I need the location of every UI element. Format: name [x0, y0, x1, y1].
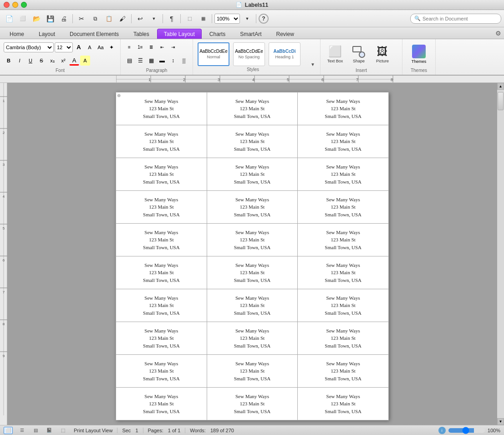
style-heading1[interactable]: AaBbCcDi Heading 1 [269, 42, 300, 66]
align-left-btn[interactable]: ▤ [124, 56, 134, 66]
font-row2: B I U S x₂ x² A A [4, 55, 117, 67]
subscript-btn[interactable]: x₂ [47, 56, 57, 66]
view-notebook-btn[interactable]: 📓 [45, 427, 54, 434]
strikethrough-btn[interactable]: S [36, 56, 46, 66]
tab-layout[interactable]: Layout [32, 29, 62, 39]
indent-decrease-btn[interactable]: ⇤ [157, 42, 167, 52]
brush-btn[interactable]: 🖌 [116, 13, 129, 25]
tab-home[interactable]: Home [3, 29, 31, 39]
shape-icon [352, 45, 365, 58]
svg-text:6: 6 [321, 77, 324, 82]
view-focused-btn[interactable]: ⬚ [58, 427, 67, 434]
svg-text:5: 5 [287, 77, 289, 82]
scroll-thumb[interactable] [498, 92, 504, 110]
picture-label: Picture [376, 59, 389, 63]
italic-btn[interactable]: I [15, 56, 25, 66]
align-right-btn[interactable]: ▦ [146, 56, 156, 66]
open-btn[interactable]: 📂 [30, 13, 43, 25]
page-indicator: i [438, 427, 446, 434]
styles-expand-btn[interactable]: ▼ [309, 45, 316, 69]
copy-btn[interactable]: ⧉ [89, 13, 102, 25]
label-cell: Sew Many Ways123 Main StSmall Town, USA [116, 92, 207, 125]
tab-review[interactable]: Review [270, 29, 301, 39]
scroll-down-btn[interactable]: ▼ [497, 418, 504, 425]
zoom-selector[interactable]: 100% [214, 14, 240, 24]
cut-btn[interactable]: ✂ [75, 13, 88, 25]
close-button[interactable] [4, 2, 10, 8]
line-spacing-btn[interactable]: ↕ [168, 56, 178, 66]
window-controls[interactable] [4, 2, 27, 8]
undo-dropdown[interactable]: ▼ [148, 13, 160, 25]
style-normal-preview: AaBbCcDdEe [199, 49, 228, 54]
scroll-up-btn[interactable]: ▲ [497, 83, 504, 90]
label-cell: Sew Many Ways123 Main StSmall Town, USA [298, 92, 389, 125]
tab-document-elements[interactable]: Document Elements [63, 29, 126, 39]
status-sep3 [185, 428, 185, 433]
font-shrink-btn[interactable]: A [85, 42, 95, 52]
style-normal[interactable]: AaBbCcDdEe Normal [198, 42, 229, 66]
scroll-track[interactable] [497, 90, 504, 418]
view-btn2[interactable]: ▦ [197, 13, 209, 25]
view-btn1[interactable]: ⬚ [183, 13, 196, 25]
sep5 [212, 14, 212, 23]
status-right: i 100% [438, 427, 500, 434]
style-no-spacing[interactable]: AaBbCcDdEe No Spacing [233, 42, 265, 66]
font-family-select[interactable]: Cambria (Body) [4, 42, 54, 52]
zoom-dropdown[interactable]: ▼ [241, 13, 254, 25]
view-outline-btn[interactable]: ☰ [17, 427, 26, 434]
minimize-button[interactable] [12, 2, 18, 8]
new-btn[interactable]: 📄 [3, 13, 15, 25]
search-input[interactable] [423, 16, 497, 21]
superscript-btn[interactable]: x² [58, 56, 68, 66]
svg-text:8: 8 [3, 322, 5, 326]
label-cell: Sew Many Ways123 Main StSmall Town, USA [207, 191, 298, 224]
font-grow-btn[interactable]: A [74, 42, 84, 52]
save-btn[interactable]: 💾 [44, 13, 56, 25]
zoom-slider[interactable] [448, 428, 485, 433]
print-btn[interactable]: 🖨 [57, 13, 70, 25]
view-print-btn[interactable]: ⬜ [4, 427, 13, 434]
tab-tables[interactable]: Tables [127, 29, 156, 39]
paste-btn[interactable]: 📋 [102, 13, 115, 25]
undo-btn[interactable]: ↩ [134, 13, 147, 25]
align-center-btn[interactable]: ☰ [135, 56, 145, 66]
ribbon-settings-icon[interactable]: ⚙ [495, 30, 501, 39]
textbox-btn[interactable]: ⬜ Text Box [324, 41, 346, 67]
font-case-btn[interactable]: Aa [96, 42, 106, 52]
move-handle[interactable]: ⊕ [116, 92, 122, 98]
maximize-button[interactable] [21, 2, 27, 8]
shading-btn[interactable]: ▒ [179, 56, 189, 66]
numbered-list-btn[interactable]: 1≡ [135, 42, 145, 52]
paragraph-group: ≡ 1≡ ≣ ⇤ ⇥ ▤ ☰ ▦ ▬ ↕ ▒ Paragraph [121, 39, 193, 75]
themes-group-label: Themes [411, 67, 427, 73]
tab-table-layout[interactable]: Table Layout [157, 29, 202, 39]
themes-btn[interactable]: Themes [406, 41, 432, 67]
font-color-btn[interactable]: A [69, 56, 79, 66]
status-sep2 [143, 428, 143, 433]
font-size-select[interactable]: 12 [55, 42, 73, 52]
help-btn[interactable]: ? [259, 14, 269, 24]
bullet-list-btn[interactable]: ≡ [124, 42, 134, 52]
word-info: 189 of 270 [210, 428, 234, 433]
clear-format-btn[interactable]: ✦ [107, 42, 117, 52]
indent-increase-btn[interactable]: ⇥ [168, 42, 178, 52]
picture-btn[interactable]: 🖼 Picture [372, 41, 393, 67]
highlight-btn[interactable]: A [80, 56, 90, 66]
label-cell: Sew Many Ways123 Main StSmall Town, USA [298, 388, 389, 420]
para-mark-btn[interactable]: ¶ [165, 13, 178, 25]
search-bar[interactable]: 🔍 [410, 14, 501, 24]
tab-charts[interactable]: Charts [203, 29, 232, 39]
label-cell: Sew Many Ways123 Main StSmall Town, USA [207, 92, 298, 125]
toolbar: 📄 ⬜ 📂 💾 🖨 ✂ ⧉ 📋 🖌 ↩ ▼ ¶ ⬚ ▦ 100% ▼ ? 🔍 [0, 10, 504, 27]
label-cell: Sew Many Ways123 Main StSmall Town, USA [207, 355, 298, 388]
shape-btn[interactable]: Shape [348, 41, 370, 67]
underline-btn[interactable]: U [25, 56, 36, 66]
view-draft-btn[interactable]: ▤ [31, 427, 40, 434]
document-area[interactable]: ⊕ Sew Many Ways123 Main StSmall Town, US… [7, 83, 497, 425]
bold-btn[interactable]: B [4, 56, 14, 66]
tab-smartart[interactable]: SmartArt [233, 29, 268, 39]
toolbar-btn2[interactable]: ⬜ [16, 13, 29, 25]
outline-list-btn[interactable]: ≣ [146, 42, 156, 52]
justify-btn[interactable]: ▬ [157, 56, 167, 66]
styles-group: AaBbCcDdEe Normal AaBbCcDdEe No Spacing … [193, 39, 321, 75]
